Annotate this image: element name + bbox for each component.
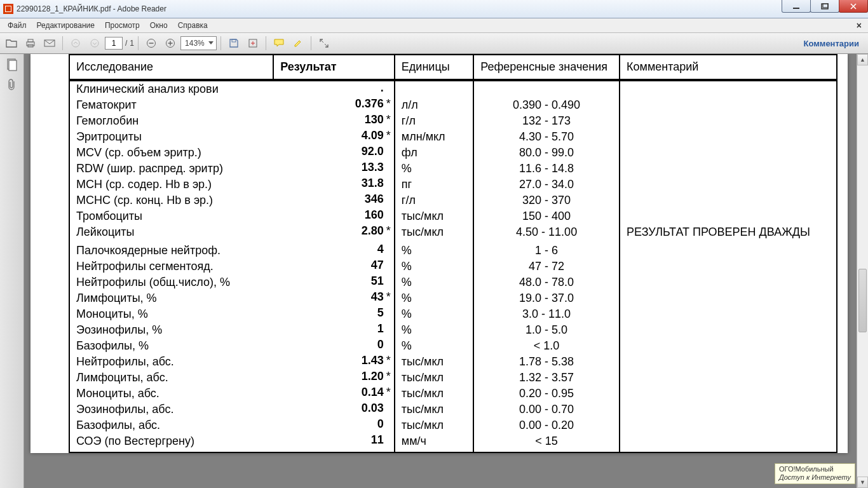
document-viewport[interactable]: Исследование Результат Единицы Референсн… <box>24 54 857 488</box>
table-row: Лимфоциты, %43*%19.0 - 37.0 <box>69 290 837 306</box>
table-row: Базофилы, %0%< 1.0 <box>69 338 837 354</box>
zoom-out-button[interactable] <box>142 35 160 51</box>
cell-result: 1.43* <box>273 354 395 370</box>
open-file-button[interactable] <box>3 35 20 51</box>
cell-units: % <box>395 338 473 354</box>
cell-result: 51 <box>273 274 395 290</box>
save-button[interactable] <box>225 35 243 51</box>
scroll-down-button[interactable]: ▼ <box>857 477 868 488</box>
zoom-select[interactable]: 143% <box>180 36 217 50</box>
page-up-button[interactable] <box>67 35 85 51</box>
comment-bubble-button[interactable] <box>270 35 288 51</box>
document-close-button[interactable]: × <box>853 20 865 30</box>
cell-name: Тромбоциты <box>69 208 273 224</box>
cell-name: MCV (ср. объем эритр.) <box>69 145 273 161</box>
print-button[interactable] <box>22 35 39 51</box>
cell-name: Эозинофилы, % <box>69 322 273 338</box>
vertical-scrollbar[interactable]: ▲ ▼ <box>857 54 868 488</box>
svg-point-10 <box>91 39 98 47</box>
cell-comment <box>620 402 837 417</box>
cell-ref: < 15 <box>473 433 620 452</box>
cell-name: Базофилы, % <box>69 338 273 354</box>
cell-units: г/л <box>395 193 473 208</box>
cell-result: 0.376* <box>273 97 395 113</box>
cell-result: 1.20* <box>273 370 395 386</box>
convert-button[interactable] <box>244 35 262 51</box>
table-row: Эозинофилы, %1%1.0 - 5.0 <box>69 322 837 338</box>
menu-view[interactable]: Просмотр <box>100 20 145 31</box>
email-button[interactable] <box>41 35 58 51</box>
cell-comment <box>620 80 837 97</box>
fullscreen-button[interactable] <box>315 35 333 51</box>
lab-results-table: Исследование Результат Единицы Референсн… <box>69 54 837 453</box>
menu-file[interactable]: Файл <box>3 20 32 31</box>
table-row: Нейтрофилы, абс.1.43*тыс/мкл1.78 - 5.38 <box>69 354 837 370</box>
cell-result: 31.8 <box>273 177 395 193</box>
chevron-down-icon <box>208 41 214 44</box>
zoom-value: 143% <box>185 39 205 48</box>
cell-ref: 11.6 - 14.8 <box>473 161 620 177</box>
cell-result: 0 <box>273 417 395 433</box>
cell-units: % <box>395 322 473 338</box>
table-row: Тромбоциты160тыс/мкл150 - 400 <box>69 208 837 224</box>
header-units: Единицы <box>395 55 473 80</box>
table-row: RDW (шир. распред. эритр)13.3%11.6 - 14.… <box>69 161 837 177</box>
cell-ref: 3.0 - 11.0 <box>473 306 620 322</box>
cell-name: Нейтрофилы сегментояд. <box>69 259 273 274</box>
table-row: Базофилы, абс.0тыс/мкл0.00 - 0.20 <box>69 417 837 433</box>
cell-result: 0.14* <box>273 386 395 402</box>
window-minimize-button[interactable] <box>782 0 811 13</box>
header-name: Исследование <box>69 55 273 80</box>
header-ref: Референсные значения <box>473 55 620 80</box>
cell-units: % <box>395 243 473 259</box>
cell-ref: 132 - 173 <box>473 113 620 129</box>
cell-ref: 80.0 - 99.0 <box>473 145 620 161</box>
cell-result: 4 <box>273 243 395 259</box>
cell-comment <box>620 370 837 386</box>
cell-result: 130* <box>273 113 395 129</box>
table-row: Палочкоядерные нейтроф.4%1 - 6 <box>69 243 837 259</box>
window-close-button[interactable] <box>839 0 868 13</box>
cell-units: фл <box>395 145 473 161</box>
menu-bar: Файл Редактирование Просмотр Окно Справк… <box>0 18 868 32</box>
cell-ref: 320 - 370 <box>473 193 620 208</box>
cell-result: 0 <box>273 338 395 354</box>
cell-units: тыс/мкл <box>395 402 473 417</box>
sidebar <box>0 54 24 488</box>
page-number-input[interactable] <box>105 37 123 50</box>
cell-ref: 1.78 - 5.38 <box>473 354 620 370</box>
window-maximize-button[interactable] <box>810 0 839 13</box>
thumbnails-icon[interactable] <box>5 58 19 72</box>
table-row: Гематокрит0.376*л/л0.390 - 0.490 <box>69 97 837 113</box>
menu-help[interactable]: Справка <box>173 20 213 31</box>
cell-name: Лимфоциты, % <box>69 290 273 306</box>
table-row: Эритроциты4.09*млн/мкл4.30 - 5.70 <box>69 129 837 145</box>
cell-ref: 0.20 - 0.95 <box>473 386 620 402</box>
cell-name: Базофилы, абс. <box>69 417 273 433</box>
cell-name: RDW (шир. распред. эритр) <box>69 161 273 177</box>
scroll-up-button[interactable]: ▲ <box>857 54 868 65</box>
cell-comment <box>620 322 837 338</box>
table-header-row: Исследование Результат Единицы Референсн… <box>69 55 837 80</box>
menu-window[interactable]: Окно <box>145 20 173 31</box>
menu-edit[interactable]: Редактирование <box>32 20 100 31</box>
cell-result: . <box>273 80 395 97</box>
scroll-thumb[interactable] <box>858 269 867 332</box>
table-row: MCHC (ср. конц. Hb в эр.)346г/л320 - 370 <box>69 193 837 208</box>
zoom-in-button[interactable] <box>161 35 179 51</box>
attachments-icon[interactable] <box>5 78 19 92</box>
cell-comment <box>620 208 837 224</box>
cell-result: 1 <box>273 322 395 338</box>
cell-name: Моноциты, % <box>69 306 273 322</box>
cell-result: 346 <box>273 193 395 208</box>
scroll-track[interactable] <box>857 65 868 477</box>
cell-units: тыс/мкл <box>395 208 473 224</box>
tooltip-line1: ОГО!Мобильный <box>779 465 851 474</box>
window-titlebar: 22990128_1_КРАЙНИК.pdf - Adobe Reader <box>0 0 868 18</box>
table-row: MCH (ср. содер. Hb в эр.)31.8пг27.0 - 34… <box>69 177 837 193</box>
page-down-button[interactable] <box>86 35 104 51</box>
highlight-button[interactable] <box>289 35 307 51</box>
toolbar: / 1 143% Комментарии <box>0 32 868 54</box>
comments-panel-link[interactable]: Комментарии <box>803 39 865 48</box>
cell-comment <box>620 177 837 193</box>
